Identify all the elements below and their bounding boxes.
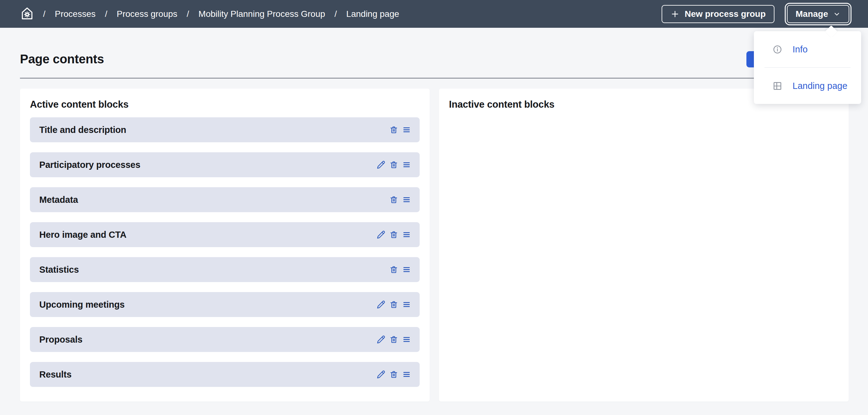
delete-button[interactable] — [390, 300, 398, 309]
drag-handle[interactable] — [402, 125, 411, 134]
page-content: Page contents Active content blocks Titl… — [0, 28, 868, 402]
menu-lines-icon — [402, 300, 411, 309]
content-block-actions — [390, 125, 411, 134]
breadcrumb-item-process-groups[interactable]: Process groups — [117, 9, 177, 19]
content-block-actions — [377, 230, 411, 239]
active-content-blocks-panel: Active content blocks Title and descript… — [20, 89, 430, 402]
active-content-blocks-list: Title and description — [30, 117, 420, 387]
content-block-label: Results — [39, 369, 71, 380]
trash-icon — [390, 370, 398, 379]
content-block-actions — [390, 265, 411, 274]
trash-icon — [390, 335, 398, 344]
breadcrumb: / Processes / Process groups / Mobility … — [43, 9, 399, 19]
plus-icon — [670, 9, 680, 19]
new-process-group-label: New process group — [685, 9, 766, 19]
pencil-icon — [377, 335, 385, 344]
menu-lines-icon — [402, 265, 411, 274]
delete-button[interactable] — [390, 195, 398, 204]
trash-icon — [390, 265, 398, 274]
inactive-content-blocks-panel: Inactive content blocks — [439, 89, 849, 402]
drag-handle[interactable] — [402, 370, 411, 379]
menu-item-info-label: Info — [793, 44, 807, 55]
content-block-label: Upcoming meetings — [39, 300, 125, 310]
content-block-row: Hero image and CTA — [30, 222, 420, 247]
page-title-divider — [20, 78, 849, 79]
content-block-label: Title and description — [39, 125, 126, 135]
content-block-label: Statistics — [39, 265, 79, 275]
trash-icon — [390, 160, 398, 169]
edit-button[interactable] — [377, 230, 385, 239]
active-content-blocks-title: Active content blocks — [30, 98, 420, 111]
menu-item-info[interactable]: Info — [754, 31, 861, 67]
menu-lines-icon — [402, 125, 411, 134]
menu-item-landing-page[interactable]: Landing page — [754, 68, 861, 104]
content-block-actions — [377, 300, 411, 309]
information-icon — [773, 45, 782, 54]
drag-handle[interactable] — [402, 195, 411, 204]
drag-handle[interactable] — [402, 160, 411, 169]
manage-label: Manage — [796, 9, 828, 19]
content-block-label: Hero image and CTA — [39, 230, 126, 240]
breadcrumb-item-process-group-name[interactable]: Mobility Planning Process Group — [198, 9, 325, 19]
drag-handle[interactable] — [402, 335, 411, 344]
content-block-label: Proposals — [39, 334, 82, 345]
content-block-actions — [377, 370, 411, 379]
delete-button[interactable] — [390, 125, 398, 134]
delete-button[interactable] — [390, 370, 398, 379]
breadcrumb-item-landing-page[interactable]: Landing page — [346, 9, 399, 19]
delete-button[interactable] — [390, 230, 398, 239]
top-nav-bar: / Processes / Process groups / Mobility … — [0, 0, 868, 28]
content-block-row: Participatory processes — [30, 152, 420, 177]
content-block-actions — [390, 195, 411, 204]
breadcrumb-separator: / — [43, 9, 45, 19]
page-title: Page contents — [20, 52, 849, 66]
edit-button[interactable] — [377, 300, 385, 309]
layout-grid-icon — [773, 81, 782, 91]
content-block-actions — [377, 335, 411, 344]
trash-icon — [390, 230, 398, 239]
trash-icon — [390, 300, 398, 309]
breadcrumb-home-link[interactable] — [20, 6, 34, 22]
delete-button[interactable] — [390, 160, 398, 169]
menu-lines-icon — [402, 335, 411, 344]
breadcrumb-item-processes[interactable]: Processes — [55, 9, 96, 19]
breadcrumb-separator: / — [187, 9, 189, 19]
pencil-icon — [377, 230, 385, 239]
content-block-row: Proposals — [30, 327, 420, 352]
delete-button[interactable] — [390, 335, 398, 344]
pencil-icon — [377, 300, 385, 309]
manage-button[interactable]: Manage — [787, 5, 849, 23]
menu-lines-icon — [402, 195, 411, 204]
trash-icon — [390, 195, 398, 204]
menu-lines-icon — [402, 230, 411, 239]
content-block-row: Metadata — [30, 187, 420, 212]
menu-item-landing-page-label: Landing page — [793, 81, 847, 91]
breadcrumb-separator: / — [335, 9, 337, 19]
trash-icon — [390, 125, 398, 134]
content-block-row: Title and description — [30, 117, 420, 142]
content-block-row: Upcoming meetings — [30, 292, 420, 317]
delete-button[interactable] — [390, 265, 398, 274]
content-block-row: Results — [30, 362, 420, 387]
menu-lines-icon — [402, 160, 411, 169]
drag-handle[interactable] — [402, 265, 411, 274]
content-block-actions — [377, 160, 411, 169]
drag-handle[interactable] — [402, 230, 411, 239]
content-block-label: Metadata — [39, 195, 78, 205]
drag-handle[interactable] — [402, 300, 411, 309]
chevron-down-icon — [833, 10, 841, 18]
edit-button[interactable] — [377, 335, 385, 344]
breadcrumb-separator: / — [105, 9, 107, 19]
new-process-group-button[interactable]: New process group — [661, 5, 774, 23]
home-gear-icon — [20, 6, 34, 22]
manage-dropdown-menu: Info Landing page — [754, 31, 861, 104]
content-block-label: Participatory processes — [39, 160, 140, 170]
edit-button[interactable] — [377, 370, 385, 379]
menu-lines-icon — [402, 370, 411, 379]
pencil-icon — [377, 160, 385, 169]
pencil-icon — [377, 370, 385, 379]
content-block-panels: Active content blocks Title and descript… — [20, 89, 849, 402]
edit-button[interactable] — [377, 160, 385, 169]
content-block-row: Statistics — [30, 257, 420, 282]
